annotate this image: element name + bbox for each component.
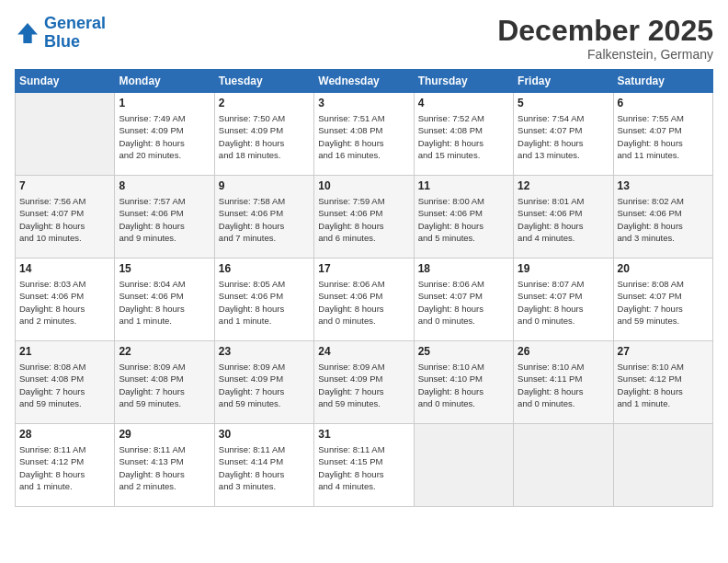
day-info: Sunrise: 8:07 AMSunset: 4:07 PMDaylight:… [518,278,609,327]
calendar-cell: 28Sunrise: 8:11 AMSunset: 4:12 PMDayligh… [16,424,115,507]
calendar-cell: 11Sunrise: 8:00 AMSunset: 4:06 PMDayligh… [414,176,513,259]
month-title: December 2025 [497,15,713,47]
day-number: 7 [19,179,110,192]
day-info: Sunrise: 7:56 AMSunset: 4:07 PMDaylight:… [19,195,110,244]
day-info: Sunrise: 8:04 AMSunset: 4:06 PMDaylight:… [119,278,210,327]
calendar-cell: 16Sunrise: 8:05 AMSunset: 4:06 PMDayligh… [214,259,313,341]
day-info: Sunrise: 7:59 AMSunset: 4:06 PMDaylight:… [318,195,409,244]
calendar-cell: 19Sunrise: 8:07 AMSunset: 4:07 PMDayligh… [514,259,613,341]
day-number: 24 [318,345,409,358]
day-info: Sunrise: 7:58 AMSunset: 4:06 PMDaylight:… [219,195,310,244]
calendar-cell: 24Sunrise: 8:09 AMSunset: 4:09 PMDayligh… [314,341,414,424]
day-info: Sunrise: 8:11 AMSunset: 4:13 PMDaylight:… [119,443,210,492]
calendar-cell: 7Sunrise: 7:56 AMSunset: 4:07 PMDaylight… [16,176,115,259]
day-info: Sunrise: 8:11 AMSunset: 4:12 PMDaylight:… [19,443,110,492]
day-number: 12 [518,179,609,192]
calendar-cell [414,424,513,507]
calendar-cell: 20Sunrise: 8:08 AMSunset: 4:07 PMDayligh… [613,259,712,341]
calendar-week-row: 28Sunrise: 8:11 AMSunset: 4:12 PMDayligh… [16,424,713,507]
calendar-cell: 9Sunrise: 7:58 AMSunset: 4:06 PMDaylight… [214,176,313,259]
day-info: Sunrise: 7:51 AMSunset: 4:08 PMDaylight:… [318,112,409,161]
calendar-cell: 3Sunrise: 7:51 AMSunset: 4:08 PMDaylight… [314,93,414,176]
calendar-cell: 26Sunrise: 8:10 AMSunset: 4:11 PMDayligh… [514,341,613,424]
calendar-cell: 10Sunrise: 7:59 AMSunset: 4:06 PMDayligh… [314,176,414,259]
day-number: 18 [418,262,509,275]
day-number: 19 [518,262,609,275]
calendar-cell: 23Sunrise: 8:09 AMSunset: 4:09 PMDayligh… [214,341,313,424]
weekday-header-wednesday: Wednesday [314,70,414,93]
logo: General Blue [15,15,106,52]
logo-icon [15,20,40,46]
day-number: 25 [418,345,509,358]
day-number: 8 [119,179,210,192]
day-info: Sunrise: 8:00 AMSunset: 4:06 PMDaylight:… [418,195,509,244]
day-number: 26 [518,345,609,358]
calendar-cell: 25Sunrise: 8:10 AMSunset: 4:10 PMDayligh… [414,341,513,424]
calendar-cell: 1Sunrise: 7:49 AMSunset: 4:09 PMDaylight… [115,93,214,176]
calendar-cell: 27Sunrise: 8:10 AMSunset: 4:12 PMDayligh… [613,341,712,424]
calendar-table: SundayMondayTuesdayWednesdayThursdayFrid… [15,69,713,507]
day-number: 16 [219,262,310,275]
calendar-cell: 15Sunrise: 8:04 AMSunset: 4:06 PMDayligh… [115,259,214,341]
day-info: Sunrise: 8:09 AMSunset: 4:09 PMDaylight:… [219,361,310,409]
weekday-header-row: SundayMondayTuesdayWednesdayThursdayFrid… [16,70,713,93]
calendar-cell: 12Sunrise: 8:01 AMSunset: 4:06 PMDayligh… [514,176,613,259]
day-number: 17 [318,262,409,275]
day-info: Sunrise: 8:10 AMSunset: 4:10 PMDaylight:… [418,361,509,409]
logo-text: General Blue [44,15,106,52]
day-number: 1 [119,97,210,109]
calendar-cell: 4Sunrise: 7:52 AMSunset: 4:08 PMDaylight… [414,93,513,176]
calendar-week-row: 21Sunrise: 8:08 AMSunset: 4:08 PMDayligh… [16,341,713,424]
calendar-cell: 30Sunrise: 8:11 AMSunset: 4:14 PMDayligh… [214,424,313,507]
calendar-week-row: 7Sunrise: 7:56 AMSunset: 4:07 PMDaylight… [16,176,713,259]
day-number: 21 [19,345,110,358]
calendar-cell: 6Sunrise: 7:55 AMSunset: 4:07 PMDaylight… [613,93,712,176]
location: Falkenstein, Germany [497,47,713,62]
weekday-header-monday: Monday [115,70,214,93]
day-number: 23 [219,345,310,358]
day-info: Sunrise: 8:10 AMSunset: 4:12 PMDaylight:… [618,361,709,409]
calendar-week-row: 1Sunrise: 7:49 AMSunset: 4:09 PMDaylight… [16,93,713,176]
day-number: 20 [618,262,709,275]
day-number: 29 [119,428,210,441]
day-info: Sunrise: 8:02 AMSunset: 4:06 PMDaylight:… [618,195,709,244]
day-info: Sunrise: 8:08 AMSunset: 4:07 PMDaylight:… [618,278,709,327]
weekday-header-thursday: Thursday [414,70,513,93]
calendar-cell [613,424,712,507]
calendar-week-row: 14Sunrise: 8:03 AMSunset: 4:06 PMDayligh… [16,259,713,341]
logo-line2: Blue [44,32,80,51]
day-info: Sunrise: 8:11 AMSunset: 4:14 PMDaylight:… [219,443,310,492]
day-number: 13 [618,179,709,192]
day-number: 3 [318,97,409,109]
day-info: Sunrise: 8:09 AMSunset: 4:09 PMDaylight:… [318,361,409,409]
day-number: 2 [219,97,310,109]
day-info: Sunrise: 7:54 AMSunset: 4:07 PMDaylight:… [518,112,609,161]
day-info: Sunrise: 7:49 AMSunset: 4:09 PMDaylight:… [119,112,210,161]
day-number: 6 [618,97,709,109]
calendar-cell: 8Sunrise: 7:57 AMSunset: 4:06 PMDaylight… [115,176,214,259]
day-number: 22 [119,345,210,358]
calendar-cell [514,424,613,507]
day-number: 4 [418,97,509,109]
logo-line1: General [44,14,106,32]
day-number: 31 [318,428,409,441]
weekday-header-friday: Friday [514,70,613,93]
day-number: 10 [318,179,409,192]
day-number: 5 [518,97,609,109]
calendar-cell: 17Sunrise: 8:06 AMSunset: 4:06 PMDayligh… [314,259,414,341]
day-info: Sunrise: 8:10 AMSunset: 4:11 PMDaylight:… [518,361,609,409]
calendar-cell: 13Sunrise: 8:02 AMSunset: 4:06 PMDayligh… [613,176,712,259]
day-number: 11 [418,179,509,192]
calendar-cell: 22Sunrise: 8:09 AMSunset: 4:08 PMDayligh… [115,341,214,424]
day-info: Sunrise: 7:50 AMSunset: 4:09 PMDaylight:… [219,112,310,161]
day-info: Sunrise: 7:57 AMSunset: 4:06 PMDaylight:… [119,195,210,244]
day-number: 9 [219,179,310,192]
day-number: 27 [618,345,709,358]
day-info: Sunrise: 8:05 AMSunset: 4:06 PMDaylight:… [219,278,310,327]
calendar-cell: 5Sunrise: 7:54 AMSunset: 4:07 PMDaylight… [514,93,613,176]
day-info: Sunrise: 8:11 AMSunset: 4:15 PMDaylight:… [318,443,409,492]
day-number: 14 [19,262,110,275]
weekday-header-sunday: Sunday [16,70,115,93]
calendar-cell: 14Sunrise: 8:03 AMSunset: 4:06 PMDayligh… [16,259,115,341]
day-number: 28 [19,428,110,441]
